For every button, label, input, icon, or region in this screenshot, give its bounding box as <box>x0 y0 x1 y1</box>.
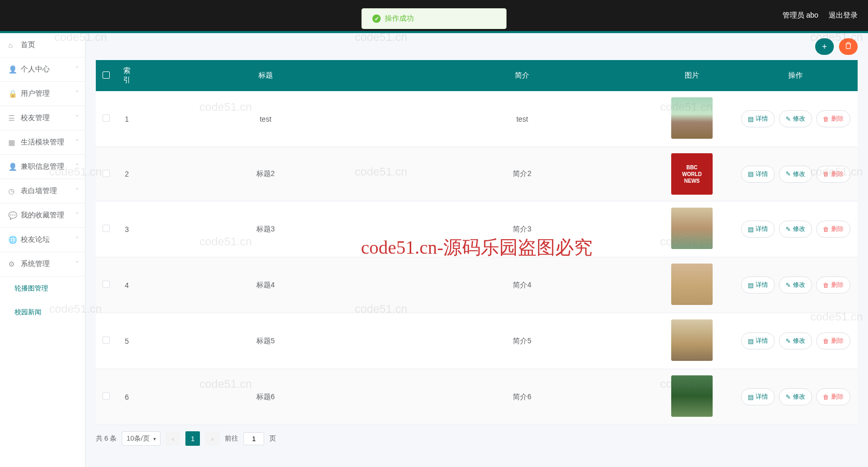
row-checkbox[interactable] <box>103 225 110 232</box>
total-text: 共 6 条 <box>96 434 117 443</box>
edit-icon: ✎ <box>786 393 791 401</box>
delete-button[interactable]: 🗑删除 <box>816 276 850 294</box>
row-checkbox[interactable] <box>103 337 110 344</box>
goto-label: 前往 <box>225 434 238 443</box>
lock-icon: 🔒 <box>8 90 17 98</box>
sidebar-item-label: 校友论坛 <box>21 235 50 244</box>
sidebar-item-0[interactable]: ⌂首页 <box>0 33 85 57</box>
chevron-right-icon: › <box>211 435 213 443</box>
thumbnail-image <box>671 208 713 249</box>
sidebar-item-4[interactable]: ▦生活模块管理˅ <box>0 130 85 155</box>
delete-button[interactable]: 🗑删除 <box>816 110 850 127</box>
chat-icon: 💬 <box>8 211 17 220</box>
sidebar-item-label: 首页 <box>21 40 35 50</box>
detail-button[interactable]: ▤详情 <box>741 110 775 127</box>
cell-index: 6 <box>117 369 137 425</box>
cell-index: 5 <box>117 313 137 369</box>
globe-icon: 🌐 <box>8 236 17 244</box>
prev-page-button[interactable]: ‹ <box>166 431 180 446</box>
grid-icon: ▦ <box>8 138 17 147</box>
edit-button[interactable]: ✎修改 <box>779 276 812 294</box>
cell-intro: 简介2 <box>394 147 651 201</box>
detail-button[interactable]: ▤详情 <box>741 221 775 238</box>
table-row: 4标题4简介4▤详情✎修改🗑删除 <box>96 257 858 313</box>
sidebar-item-label: 我的收藏管理 <box>21 211 64 220</box>
edit-button[interactable]: ✎修改 <box>779 110 812 127</box>
col-image: 图片 <box>650 60 733 91</box>
edit-icon: ✎ <box>786 226 791 233</box>
thumbnail-image <box>671 319 713 361</box>
doc-icon: ▤ <box>748 115 754 123</box>
chevron-down-icon: ˅ <box>76 114 79 122</box>
cell-intro: 简介3 <box>394 201 651 257</box>
edit-button[interactable]: ✎修改 <box>779 388 812 405</box>
detail-button[interactable]: ▤详情 <box>741 166 775 183</box>
thumbnail-image <box>671 375 713 417</box>
cell-title: 标题4 <box>137 257 394 313</box>
chevron-down-icon: ˅ <box>76 90 79 97</box>
trash-icon: 🗑 <box>823 115 829 123</box>
table-row: 5标题5简介5▤详情✎修改🗑删除 <box>96 313 858 369</box>
sidebar-item-label: 系统管理 <box>21 259 50 269</box>
doc-icon: ▤ <box>748 226 754 233</box>
cell-index: 3 <box>117 201 137 257</box>
logout-link[interactable]: 退出登录 <box>829 11 858 20</box>
home-icon: ⌂ <box>8 41 17 49</box>
main-content: code51.cn code51.cn code51.cn code51.cn … <box>85 33 868 467</box>
row-checkbox[interactable] <box>103 170 110 177</box>
table-row: 2标题2简介2BBCWORLDNEWS▤详情✎修改🗑删除 <box>96 147 858 201</box>
sidebar: ⌂首页👤个人中心˅🔒用户管理˅☰校友管理˅▦生活模块管理˅👤兼职信息管理˅◷表白… <box>0 33 85 467</box>
sidebar-item-7[interactable]: 💬我的收藏管理˅ <box>0 203 85 228</box>
cell-intro: 简介6 <box>394 369 651 425</box>
chevron-down-icon: ˄ <box>76 260 79 268</box>
delete-button[interactable]: 🗑删除 <box>816 332 850 349</box>
edit-icon: ✎ <box>786 115 791 123</box>
cell-index: 1 <box>117 91 137 147</box>
user-icon: 👤 <box>8 163 17 171</box>
edit-button[interactable]: ✎修改 <box>779 332 812 349</box>
row-checkbox[interactable] <box>103 392 110 400</box>
chevron-left-icon: ‹ <box>172 435 174 443</box>
add-button[interactable]: + <box>815 38 834 55</box>
col-title: 标题 <box>137 60 394 91</box>
thumbnail-image <box>671 97 713 139</box>
next-page-button[interactable]: › <box>205 431 220 446</box>
sidebar-item-8[interactable]: 🌐校友论坛˅ <box>0 228 85 252</box>
sidebar-item-1[interactable]: 👤个人中心˅ <box>0 57 85 82</box>
sidebar-item-2[interactable]: 🔒用户管理˅ <box>0 82 85 106</box>
detail-button[interactable]: ▤详情 <box>741 276 775 294</box>
thumbnail-image <box>671 264 713 305</box>
list-icon: ☰ <box>8 114 17 122</box>
table-row: 1testtest▤详情✎修改🗑删除 <box>96 91 858 147</box>
chevron-down-icon: ˅ <box>76 139 79 146</box>
sidebar-subitem-1[interactable]: 校园新闻 <box>0 300 85 324</box>
page-1-button[interactable]: 1 <box>185 431 200 446</box>
detail-button[interactable]: ▤详情 <box>741 388 775 405</box>
delete-button[interactable]: 🗑删除 <box>816 166 850 183</box>
cell-intro: test <box>394 91 651 147</box>
sidebar-item-6[interactable]: ◷表白墙管理˅ <box>0 179 85 203</box>
doc-icon: ▤ <box>748 282 754 289</box>
goto-input[interactable] <box>243 432 264 445</box>
chevron-down-icon: ˅ <box>76 163 79 170</box>
sidebar-item-3[interactable]: ☰校友管理˅ <box>0 106 85 130</box>
cell-title: 标题3 <box>137 201 394 257</box>
admin-label[interactable]: 管理员 abo <box>783 11 818 20</box>
delete-button[interactable]: 🗑删除 <box>816 388 850 405</box>
delete-button[interactable]: 🗑删除 <box>816 221 850 238</box>
row-checkbox[interactable] <box>103 281 110 288</box>
edit-button[interactable]: ✎修改 <box>779 221 812 238</box>
edit-button[interactable]: ✎修改 <box>779 166 812 183</box>
page-suffix: 页 <box>269 434 276 443</box>
chevron-down-icon: ˅ <box>76 187 79 195</box>
select-all-checkbox[interactable] <box>103 71 110 79</box>
sidebar-subitem-0[interactable]: 轮播图管理 <box>0 276 85 300</box>
sidebar-item-9[interactable]: ⚙系统管理˄ <box>0 252 85 276</box>
chevron-down-icon: ▾ <box>153 436 156 442</box>
sidebar-item-5[interactable]: 👤兼职信息管理˅ <box>0 155 85 179</box>
detail-button[interactable]: ▤详情 <box>741 332 775 349</box>
batch-delete-button[interactable] <box>839 38 858 55</box>
top-header: ✓ 操作成功 管理员 abo 退出登录 <box>0 0 868 31</box>
page-size-select[interactable]: 10条/页 ▾ <box>122 431 161 446</box>
row-checkbox[interactable] <box>103 114 110 122</box>
